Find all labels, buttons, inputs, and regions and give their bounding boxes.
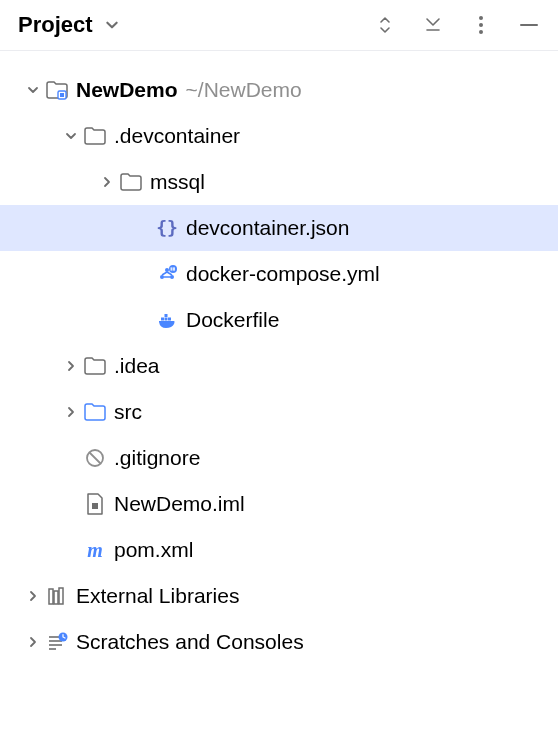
more-icon[interactable] [470,14,492,36]
svg-rect-6 [60,93,64,97]
svg-rect-19 [165,314,168,317]
tree-item-label: docker-compose.yml [186,262,380,286]
tree-file-row[interactable]: .gitignore [0,435,558,481]
folder-icon [82,126,108,146]
svg-rect-22 [92,503,98,509]
tree-item-label: External Libraries [76,584,239,608]
scratches-icon [44,631,70,653]
svg-point-1 [479,16,483,20]
tree-file-row[interactable]: docker-compose.yml [0,251,558,297]
dockerfile-icon [154,309,180,331]
svg-rect-17 [165,318,168,321]
svg-point-11 [169,265,177,273]
chevron-right-icon[interactable] [60,406,82,418]
docker-compose-icon [154,263,180,285]
iml-file-icon [82,493,108,515]
tree-item-label: NewDemo.iml [114,492,245,516]
svg-rect-16 [161,318,164,321]
svg-point-8 [165,268,169,272]
tree-file-row[interactable]: m pom.xml [0,527,558,573]
tree-folder-row[interactable]: src [0,389,558,435]
tree-file-row[interactable]: NewDemo.iml [0,481,558,527]
minimize-icon[interactable] [518,14,540,36]
svg-rect-18 [168,318,171,321]
library-icon [44,585,70,607]
tree-scratches-row[interactable]: Scratches and Consoles [0,619,558,665]
chevron-down-icon[interactable] [60,130,82,142]
svg-rect-24 [49,589,53,604]
tree-libraries-row[interactable]: External Libraries [0,573,558,619]
tree-item-label: mssql [150,170,205,194]
tree-file-row[interactable]: Dockerfile [0,297,558,343]
svg-rect-14 [171,269,173,270]
tree-folder-row[interactable]: .devcontainer [0,113,558,159]
svg-line-21 [90,453,101,464]
svg-rect-26 [59,588,63,604]
svg-point-10 [170,275,174,279]
tree-file-row-selected[interactable]: {} devcontainer.json [0,205,558,251]
tree-item-label: .idea [114,354,160,378]
panel-title-group[interactable]: Project [18,12,123,38]
panel-title: Project [18,12,93,38]
expand-collapse-icon[interactable] [374,14,396,36]
source-folder-icon [82,402,108,422]
svg-text:m: m [87,539,103,561]
chevron-right-icon[interactable] [96,176,118,188]
json-file-icon: {} [154,217,180,239]
project-tree: NewDemo ~/NewDemo .devcontainer mssql {}… [0,51,558,665]
svg-rect-15 [173,269,175,270]
project-folder-icon [44,80,70,100]
chevron-right-icon[interactable] [60,360,82,372]
tree-item-label: Scratches and Consoles [76,630,304,654]
svg-point-3 [479,30,483,34]
tree-item-label: .devcontainer [114,124,240,148]
svg-point-9 [160,275,164,279]
tree-item-label: .gitignore [114,446,200,470]
tree-item-label: Dockerfile [186,308,279,332]
svg-rect-25 [54,591,58,604]
tree-folder-row[interactable]: .idea [0,343,558,389]
tree-item-path: ~/NewDemo [186,78,302,102]
svg-rect-13 [173,268,175,269]
tree-folder-row[interactable]: mssql [0,159,558,205]
collapse-all-icon[interactable] [422,14,444,36]
tree-item-label: devcontainer.json [186,216,349,240]
svg-point-2 [479,23,483,27]
svg-rect-12 [171,268,173,269]
svg-text:{}: {} [156,217,178,238]
folder-icon [118,172,144,192]
folder-icon [82,356,108,376]
gitignore-icon [82,447,108,469]
tree-item-label: src [114,400,142,424]
maven-pom-icon: m [82,539,108,561]
tree-item-label: pom.xml [114,538,193,562]
tree-item-label: NewDemo [76,78,178,102]
chevron-down-icon[interactable] [22,84,44,96]
tree-root-row[interactable]: NewDemo ~/NewDemo [0,67,558,113]
panel-toolbar [374,14,540,36]
chevron-right-icon[interactable] [22,590,44,602]
panel-header: Project [0,0,558,51]
chevron-right-icon[interactable] [22,636,44,648]
chevron-down-icon [101,14,123,36]
